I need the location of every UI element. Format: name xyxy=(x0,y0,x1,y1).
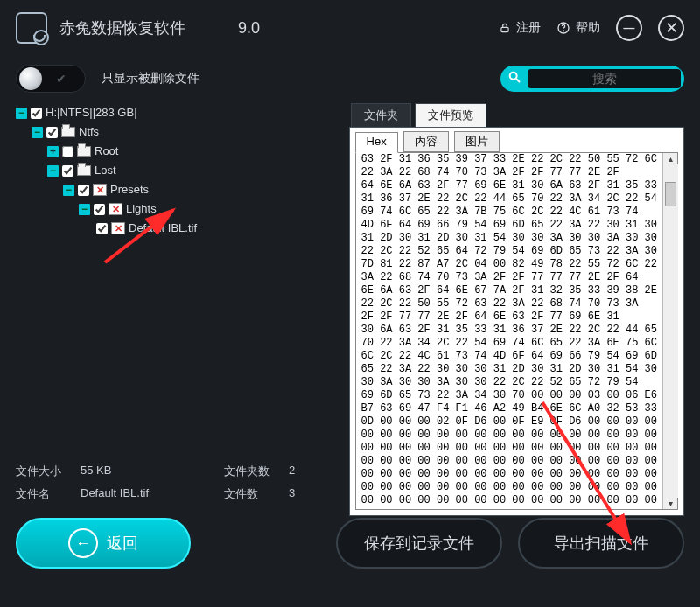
collapse-icon[interactable]: − xyxy=(63,185,74,196)
tree-node-ntfs[interactable]: − Ntfs xyxy=(32,122,344,142)
deleted-folder-icon: ✕ xyxy=(93,184,107,196)
tree-checkbox[interactable] xyxy=(62,146,74,157)
collapse-icon[interactable]: − xyxy=(16,108,27,119)
tree-label: Presets xyxy=(110,180,149,199)
toggle-knob xyxy=(19,67,42,90)
save-label: 保存到记录文件 xyxy=(364,533,474,554)
search-bar[interactable] xyxy=(500,66,684,92)
tab-folder[interactable]: 文件夹 xyxy=(351,103,411,127)
search-icon xyxy=(500,70,528,87)
tree-checkbox[interactable] xyxy=(94,204,105,215)
register-label: 注册 xyxy=(516,20,541,36)
deleted-folder-icon: ✕ xyxy=(108,203,122,215)
folder-count-label: 文件夹数 xyxy=(224,464,276,479)
file-size-label: 文件大小 xyxy=(16,464,68,479)
file-name-label: 文件名 xyxy=(16,486,68,502)
tree-node-lights[interactable]: − ✕ Lights xyxy=(79,199,344,219)
tabs-inner: Hex 内容 图片 xyxy=(350,128,683,152)
only-deleted-label: 只显示被删除文件 xyxy=(102,71,200,87)
help-icon xyxy=(556,21,570,35)
folder-icon xyxy=(77,165,91,176)
tree-label: Root xyxy=(94,142,118,161)
tab-content[interactable]: 内容 xyxy=(403,131,449,152)
only-deleted-toggle[interactable]: ✔ xyxy=(16,65,86,93)
file-count-value: 3 xyxy=(289,486,295,502)
svg-point-2 xyxy=(564,31,564,31)
tree-checkbox[interactable] xyxy=(78,185,89,196)
tree-label: Ntfs xyxy=(79,122,99,142)
file-size-value: 55 KB xyxy=(80,464,212,479)
tree-checkbox[interactable] xyxy=(96,223,108,234)
preview-panel: Hex 内容 图片 63 2F 31 36 35 39 37 33 2E 22 … xyxy=(349,127,684,516)
scroll-down-icon[interactable]: ▾ xyxy=(668,498,673,509)
tab-hex[interactable]: Hex xyxy=(355,132,398,153)
collapse-icon[interactable]: − xyxy=(79,204,90,215)
tree-checkbox[interactable] xyxy=(31,108,42,119)
folder-icon xyxy=(61,127,75,137)
deleted-file-icon: ✕ xyxy=(111,222,125,234)
tab-image[interactable]: 图片 xyxy=(454,131,500,152)
hex-viewer: 63 2F 31 36 35 39 37 33 2E 22 2C 22 50 5… xyxy=(355,152,678,510)
collapse-icon[interactable]: − xyxy=(32,127,43,138)
app-title: 赤兔数据恢复软件 xyxy=(60,17,186,38)
svg-rect-0 xyxy=(501,27,508,31)
folder-icon xyxy=(77,146,91,157)
expand-icon[interactable]: + xyxy=(47,146,59,157)
back-label: 返回 xyxy=(107,533,138,554)
tree-checkbox[interactable] xyxy=(46,127,58,138)
left-pane: − H:|NTFS||283 GB| − Ntfs + Root − Lost xyxy=(16,103,344,506)
app-version: 9.0 xyxy=(238,19,260,38)
search-input[interactable] xyxy=(528,69,681,88)
svg-point-3 xyxy=(509,73,516,80)
tree-label: H:|NTFS||283 GB| xyxy=(46,103,137,122)
svg-line-4 xyxy=(516,79,520,82)
scroll-up-icon[interactable]: ▴ xyxy=(668,153,673,164)
folder-count-value: 2 xyxy=(289,464,295,479)
tree-node-file[interactable]: ✕ Default IBL.tif xyxy=(96,219,344,238)
back-arrow-icon: ← xyxy=(68,528,98,558)
tree-node-drive[interactable]: − H:|NTFS||283 GB| xyxy=(16,103,344,122)
tree-node-root[interactable]: + Root xyxy=(47,142,344,161)
tree-node-lost[interactable]: − Lost xyxy=(47,161,344,180)
app-icon xyxy=(16,12,47,44)
tree-label: Lights xyxy=(126,199,157,219)
scroll-track[interactable] xyxy=(663,164,678,498)
tree-label: Lost xyxy=(94,161,116,180)
save-record-button[interactable]: 保存到记录文件 xyxy=(336,518,502,569)
minimize-button[interactable]: ─ xyxy=(616,15,642,41)
toolbar: ✔ 只显示被删除文件 xyxy=(0,56,700,103)
header: 赤兔数据恢复软件 9.0 注册 帮助 ─ ✕ xyxy=(0,0,700,56)
stats-panel: 文件大小 55 KB 文件夹数 2 文件名 Default IBL.tif 文件… xyxy=(16,460,344,506)
lock-icon xyxy=(499,22,511,34)
file-count-label: 文件数 xyxy=(224,486,276,502)
register-link[interactable]: 注册 xyxy=(499,20,541,36)
tab-preview[interactable]: 文件预览 xyxy=(415,103,486,127)
export-scan-button[interactable]: 导出扫描文件 xyxy=(518,518,684,569)
help-label: 帮助 xyxy=(576,20,600,36)
export-label: 导出扫描文件 xyxy=(554,533,648,554)
scroll-thumb[interactable] xyxy=(665,182,676,206)
file-tree: − H:|NTFS||283 GB| − Ntfs + Root − Lost xyxy=(16,103,344,238)
main: − H:|NTFS||283 GB| − Ntfs + Root − Lost xyxy=(0,103,700,506)
tree-checkbox[interactable] xyxy=(62,165,74,177)
tabs-outer: 文件夹 文件预览 xyxy=(351,103,684,127)
check-icon: ✔ xyxy=(56,72,66,86)
file-name-value: Default IBL.tif xyxy=(80,486,212,502)
tree-node-presets[interactable]: − ✕ Presets xyxy=(63,180,344,199)
back-button[interactable]: ← 返回 xyxy=(16,518,191,569)
right-pane: 文件夹 文件预览 Hex 内容 图片 63 2F 31 36 35 39 37 … xyxy=(349,103,684,506)
scrollbar[interactable]: ▴ ▾ xyxy=(662,153,677,509)
collapse-icon[interactable]: − xyxy=(47,165,59,177)
help-link[interactable]: 帮助 xyxy=(556,20,600,36)
tree-label: Default IBL.tif xyxy=(129,219,197,238)
close-button[interactable]: ✕ xyxy=(658,15,684,41)
hex-dump: 63 2F 31 36 35 39 37 33 2E 22 2C 22 50 5… xyxy=(356,153,662,509)
